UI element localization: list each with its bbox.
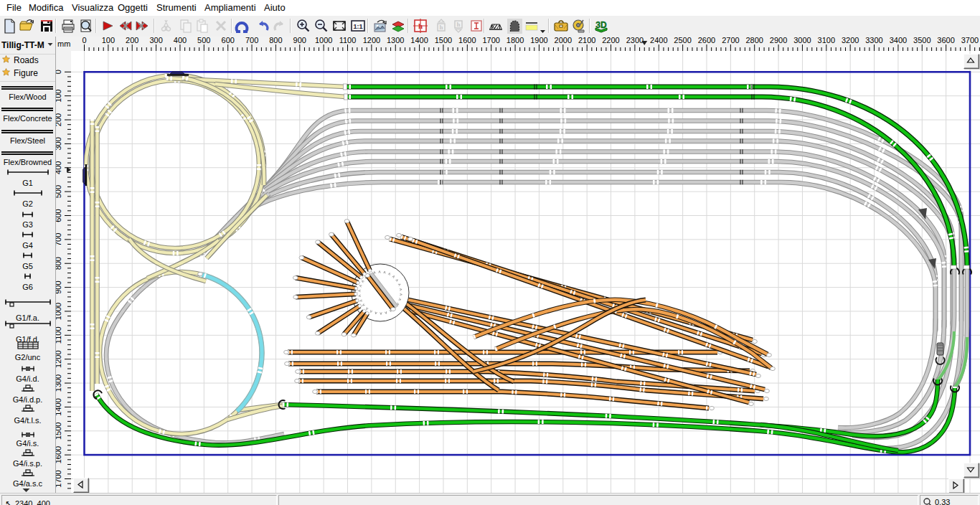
svg-text:2700: 2700 bbox=[722, 37, 739, 44]
svg-text:400: 400 bbox=[174, 37, 187, 44]
svg-text:2900: 2900 bbox=[770, 37, 787, 44]
svg-text:1500: 1500 bbox=[56, 423, 62, 440]
svg-text:1100: 1100 bbox=[56, 326, 62, 344]
svg-text:3100: 3100 bbox=[818, 37, 835, 44]
svg-text:1600: 1600 bbox=[458, 37, 476, 44]
svg-text:600: 600 bbox=[222, 37, 235, 44]
svg-text:1300: 1300 bbox=[56, 374, 62, 392]
svg-text:300: 300 bbox=[56, 137, 62, 150]
svg-text:1700: 1700 bbox=[56, 470, 62, 487]
svg-text:2200: 2200 bbox=[602, 37, 619, 44]
svg-text:0: 0 bbox=[56, 70, 62, 74]
svg-text:1:1: 1:1 bbox=[353, 23, 362, 30]
svg-text:3700: 3700 bbox=[961, 37, 979, 44]
svg-text:3500: 3500 bbox=[913, 37, 930, 44]
svg-text:700: 700 bbox=[56, 233, 62, 246]
svg-text:800: 800 bbox=[56, 257, 62, 270]
svg-text:1500: 1500 bbox=[435, 37, 452, 44]
svg-text:3000: 3000 bbox=[793, 37, 811, 44]
svg-text:1900: 1900 bbox=[530, 37, 547, 44]
svg-text:2500: 2500 bbox=[674, 37, 691, 44]
svg-text:400: 400 bbox=[56, 161, 62, 174]
svg-text:2400: 2400 bbox=[650, 37, 667, 44]
svg-text:900: 900 bbox=[293, 37, 306, 44]
svg-text:3D: 3D bbox=[595, 20, 607, 30]
svg-text:3400: 3400 bbox=[890, 37, 907, 44]
svg-text:2000: 2000 bbox=[555, 37, 572, 44]
svg-text:1300: 1300 bbox=[387, 37, 404, 44]
svg-text:500: 500 bbox=[56, 185, 62, 198]
svg-text:1800: 1800 bbox=[507, 37, 524, 44]
svg-text:200: 200 bbox=[56, 113, 62, 126]
svg-text:0: 0 bbox=[82, 37, 86, 44]
svg-text:h: h bbox=[439, 24, 443, 31]
svg-text:3200: 3200 bbox=[842, 37, 859, 44]
svg-text:700: 700 bbox=[245, 37, 258, 44]
svg-text:h: h bbox=[456, 21, 460, 28]
svg-text:2800: 2800 bbox=[745, 37, 763, 44]
svg-text:1100: 1100 bbox=[339, 37, 357, 44]
svg-text:1700: 1700 bbox=[482, 37, 499, 44]
svg-text:1000: 1000 bbox=[56, 303, 62, 320]
svg-text:2300: 2300 bbox=[626, 37, 644, 44]
svg-text:3600: 3600 bbox=[937, 37, 954, 44]
svg-text:1200: 1200 bbox=[363, 37, 380, 44]
svg-text:1200: 1200 bbox=[56, 350, 62, 367]
svg-text:600: 600 bbox=[56, 209, 62, 222]
svg-text:1400: 1400 bbox=[56, 398, 62, 415]
svg-text:2600: 2600 bbox=[698, 37, 715, 44]
svg-text:3300: 3300 bbox=[865, 37, 882, 44]
svg-text:200: 200 bbox=[126, 37, 138, 44]
svg-text:1600: 1600 bbox=[56, 446, 62, 463]
svg-text:2100: 2100 bbox=[578, 37, 595, 44]
svg-text:100: 100 bbox=[102, 37, 115, 44]
svg-text:800: 800 bbox=[269, 37, 282, 44]
svg-text:300: 300 bbox=[149, 37, 162, 44]
svg-text:100: 100 bbox=[56, 90, 62, 103]
svg-text:900: 900 bbox=[56, 280, 62, 293]
svg-text:1000: 1000 bbox=[315, 37, 332, 44]
svg-text:500: 500 bbox=[197, 37, 210, 44]
svg-text:1400: 1400 bbox=[410, 37, 428, 44]
